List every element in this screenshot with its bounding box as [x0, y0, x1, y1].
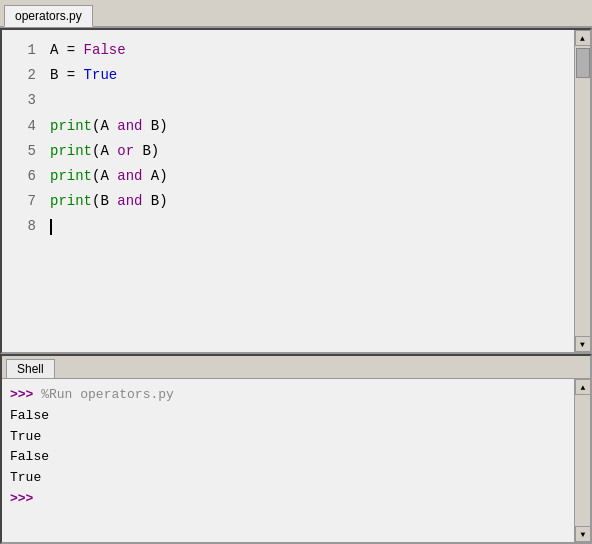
editor-tab-label: operators.py [15, 9, 82, 23]
editor-content: 12345678 A = FalseB = True print(A and B… [2, 30, 574, 352]
shell-run-line: >>> %Run operators.py [10, 385, 566, 406]
shell-content: >>> %Run operators.pyFalseTrueFalseTrue>… [2, 379, 590, 542]
code-line: print(B and B) [50, 189, 574, 214]
shell-scrollbar: ▲ ▼ [574, 379, 590, 542]
shell-prompt: >>> [10, 387, 41, 402]
shell-scroll-up[interactable]: ▲ [575, 379, 590, 395]
code-line: print(A or B) [50, 139, 574, 164]
shell-final-prompt: >>> [10, 489, 566, 510]
shell-tab-bar: Shell [2, 356, 590, 379]
editor-scroll-thumb[interactable] [576, 48, 590, 78]
code-line [50, 214, 574, 239]
shell-output-line: False [10, 406, 566, 427]
shell-tab-label: Shell [17, 362, 44, 376]
shell-output-line: False [10, 447, 566, 468]
shell-command: %Run operators.py [41, 387, 174, 402]
code-line: print(A and B) [50, 114, 574, 139]
shell-scroll-track[interactable] [575, 395, 590, 526]
code-line: print(A and A) [50, 164, 574, 189]
editor-tab[interactable]: operators.py [4, 5, 93, 27]
editor-scroll-up[interactable]: ▲ [575, 30, 591, 46]
shell-output-line: True [10, 427, 566, 448]
code-area[interactable]: A = FalseB = True print(A and B)print(A … [42, 30, 574, 352]
code-line: A = False [50, 38, 574, 63]
code-line: B = True [50, 63, 574, 88]
editor-scroll-track[interactable] [575, 46, 590, 336]
shell-scroll-down[interactable]: ▼ [575, 526, 590, 542]
shell-panel: Shell >>> %Run operators.pyFalseTrueFals… [0, 354, 592, 544]
shell-tab[interactable]: Shell [6, 359, 55, 378]
editor-scroll-down[interactable]: ▼ [575, 336, 591, 352]
editor-tab-bar: operators.py [0, 0, 592, 28]
editor-panel: 12345678 A = FalseB = True print(A and B… [0, 28, 592, 354]
code-line [50, 88, 574, 113]
line-numbers: 12345678 [2, 30, 42, 352]
shell-output-line: True [10, 468, 566, 489]
shell-text-area[interactable]: >>> %Run operators.pyFalseTrueFalseTrue>… [2, 379, 574, 542]
editor-scrollbar: ▲ ▼ [574, 30, 590, 352]
